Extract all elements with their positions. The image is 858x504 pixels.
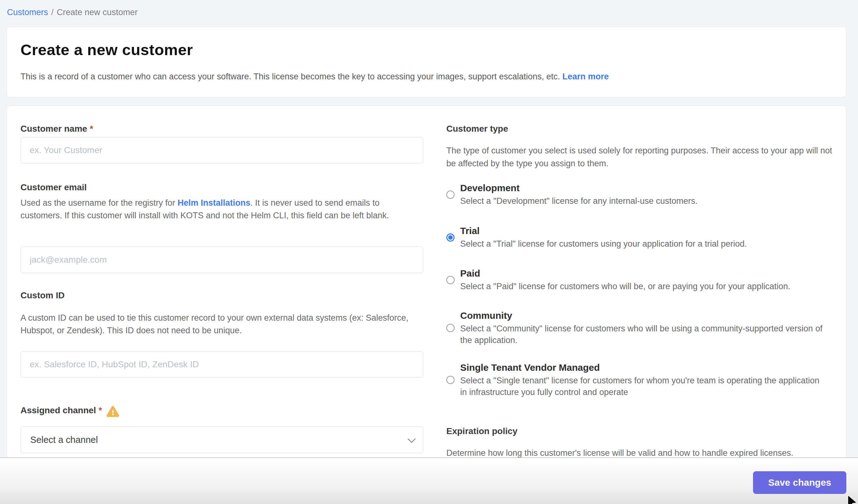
radio-single-tenant-description: Select a "Single tenant" license for cus… [460,375,826,398]
helm-installations-link[interactable]: Helm Installations [177,198,250,208]
radio-option-single-tenant[interactable]: Single Tenant Vendor Managed Select a "S… [446,362,837,398]
customer-email-description-before: Used as the username for the registry fo… [20,198,177,208]
radio-community-description: Select a "Community" license for custome… [460,323,826,346]
customer-email-description: Used as the username for the registry fo… [20,197,423,222]
customer-type-heading: Customer type [446,124,508,134]
radio-trial-description: Select a "Trial" license for customers u… [460,238,826,250]
radio-trial[interactable] [446,233,455,242]
radio-paid-description: Select a "Paid" license for customers wh… [460,281,826,292]
form-left-column: Customer name* Customer email Used as th… [20,106,423,458]
chevron-down-icon [408,435,415,443]
radio-paid-text: Paid Select a "Paid" license for custome… [460,267,826,292]
header-card: Create a new customer This is a record o… [6,27,846,97]
assigned-channel-label-row: Assigned channel* [20,405,119,417]
customer-name-required-asterisk: * [90,124,93,133]
customer-email-label-row: Customer email [20,182,87,193]
radio-paid[interactable] [446,276,455,284]
customer-email-input[interactable] [20,247,423,273]
radio-option-community[interactable]: Community Select a "Community" license f… [446,310,837,346]
assigned-channel-select[interactable]: Select a channel [20,426,423,453]
form-right-column: Customer type The type of customer you s… [446,106,837,458]
warning-icon [107,406,119,418]
radio-development[interactable] [446,191,455,199]
custom-id-input[interactable] [20,351,423,378]
page-description-text: This is a record of a customer who can a… [20,72,560,81]
custom-id-description: A custom ID can be used to tie this cust… [20,311,423,337]
custom-id-label-row: Custom ID [20,290,65,300]
save-changes-button[interactable]: Save changes [753,471,846,494]
assigned-channel-required-asterisk: * [99,405,102,416]
radio-development-description: Select a "Development" license for any i… [460,195,826,207]
customer-type-description: The type of customer you select is used … [446,144,837,170]
customer-name-input[interactable] [20,137,423,163]
assigned-channel-selected-value: Select a channel [30,435,408,445]
breadcrumb-customers-link[interactable]: Customers [7,7,48,17]
radio-single-tenant[interactable] [446,376,455,384]
radio-community[interactable] [446,324,455,332]
learn-more-link[interactable]: Learn more [562,72,609,81]
assigned-channel-label: Assigned channel [20,405,96,416]
radio-single-tenant-text: Single Tenant Vendor Managed Select a "S… [460,362,826,398]
mouse-cursor [846,494,858,504]
radio-trial-title: Trial [460,225,826,237]
page-description: This is a record of a customer who can a… [20,72,609,82]
radio-paid-title: Paid [460,267,826,279]
custom-id-label: Custom ID [20,290,65,300]
breadcrumb-separator: / [51,7,54,17]
expiration-policy-heading: Expiration policy [446,426,518,436]
radio-community-text: Community Select a "Community" license f… [460,310,826,346]
radio-development-title: Development [460,182,826,194]
radio-option-paid[interactable]: Paid Select a "Paid" license for custome… [446,267,837,292]
radio-community-title: Community [460,310,826,322]
radio-option-trial[interactable]: Trial Select a "Trial" license for custo… [446,225,837,250]
radio-trial-text: Trial Select a "Trial" license for custo… [460,225,826,250]
breadcrumb: Customers/Create new customer [7,7,138,17]
radio-single-tenant-title: Single Tenant Vendor Managed [460,362,826,374]
customer-type-options: Development Select a "Development" licen… [446,182,837,398]
customer-name-label: Customer name [20,124,87,133]
form-card: Customer name* Customer email Used as th… [6,105,846,458]
radio-development-text: Development Select a "Development" licen… [460,182,826,207]
customer-name-label-row: Customer name* [20,124,93,134]
customer-type-heading-text: Customer type [446,124,508,133]
expiration-policy-heading-text: Expiration policy [446,426,518,436]
page-title: Create a new customer [20,41,193,59]
radio-option-development[interactable]: Development Select a "Development" licen… [446,182,837,207]
customer-email-label: Customer email [20,182,87,192]
footer-bar: Save changes [0,457,858,504]
breadcrumb-current: Create new customer [57,7,138,17]
